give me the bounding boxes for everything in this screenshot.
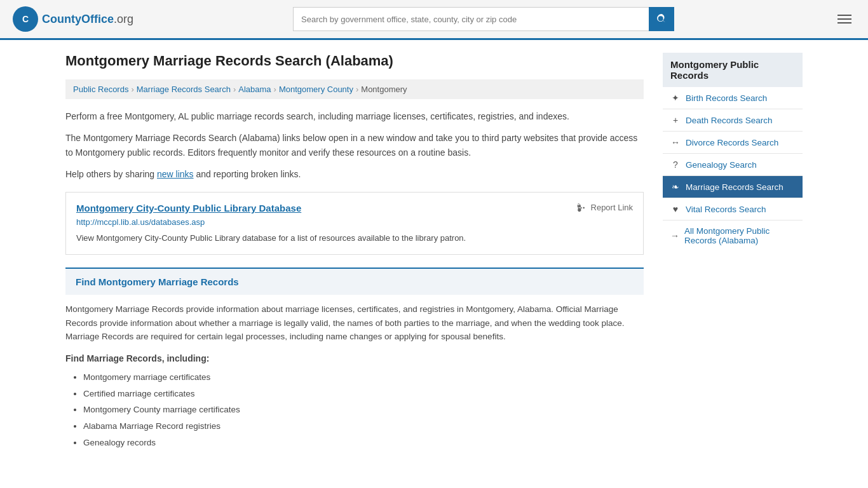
find-list-title: Find Marriage Records, including: (65, 351, 644, 365)
list-item: Montgomery marriage certificates (83, 370, 644, 384)
list-item: Certified marriage certificates (83, 387, 644, 401)
logo-area: C CountyOffice.org (13, 6, 133, 32)
sidebar: Montgomery Public Records ✦ Birth Record… (663, 53, 803, 459)
sidebar-item-marriage-records[interactable]: ❧ Marriage Records Search (663, 176, 803, 198)
list-item: Alabama Marriage Record registries (83, 419, 644, 433)
find-list: Montgomery marriage certificates Certifi… (65, 370, 644, 449)
list-item: Montgomery County marriage certificates (83, 403, 644, 417)
cross-icon: + (670, 115, 681, 125)
sidebar-label-genealogy: Genealogy Search (686, 160, 757, 170)
description: Perform a free Montgomery, AL public mar… (65, 109, 644, 182)
sidebar-item-genealogy[interactable]: ? Genealogy Search (663, 154, 803, 176)
person-icon: ✦ (670, 93, 681, 103)
menu-button[interactable] (834, 11, 855, 27)
sidebar-item-vital-records[interactable]: ♥ Vital Records Search (663, 198, 803, 220)
question-icon: ? (670, 159, 681, 170)
breadcrumb-public-records[interactable]: Public Records (73, 85, 128, 94)
sidebar-item-death-records[interactable]: + Death Records Search (663, 109, 803, 132)
sidebar-label-vital: Vital Records Search (686, 205, 766, 214)
desc-1: Perform a free Montgomery, AL public mar… (65, 109, 644, 123)
breadcrumb-current: Montgomery (361, 85, 407, 94)
scissors-icon (577, 203, 587, 213)
sidebar-label-death: Death Records Search (686, 116, 773, 125)
find-section: Find Montgomery Marriage Records (65, 268, 644, 295)
sidebar-label-birth: Birth Records Search (686, 93, 767, 103)
find-body-text: Montgomery Marriage Records provide info… (65, 302, 644, 344)
all-records-label: All Montgomery Public Records (Alabama) (684, 226, 795, 245)
record-description: View Montgomery City-County Public Libra… (76, 232, 633, 245)
sidebar-label-divorce: Divorce Records Search (686, 138, 778, 147)
sidebar-title: Montgomery Public Records (663, 53, 803, 87)
arrow-right-icon: → (670, 231, 679, 241)
record-title-link[interactable]: Montgomery City-County Public Library Da… (76, 203, 301, 214)
list-item: Genealogy records (83, 436, 644, 450)
rings-icon: ❧ (670, 182, 681, 192)
sidebar-item-all-records[interactable]: → All Montgomery Public Records (Alabama… (663, 220, 803, 251)
header: C CountyOffice.org (0, 0, 868, 40)
search-icon (656, 14, 667, 24)
report-link-label: Report Link (591, 203, 633, 212)
record-url[interactable]: http://mccpl.lib.al.us/databases.asp (76, 217, 633, 227)
sidebar-item-birth-records[interactable]: ✦ Birth Records Search (663, 87, 803, 109)
logo-text: CountyOffice.org (42, 13, 133, 26)
main-container: Montgomery Marriage Records Search (Alab… (53, 40, 815, 472)
search-input[interactable] (293, 7, 649, 31)
desc-3: Help others by sharing new links and rep… (65, 167, 644, 181)
find-section-heading: Find Montgomery Marriage Records (76, 276, 634, 287)
svg-text:C: C (22, 14, 29, 24)
report-link-btn[interactable]: Report Link (577, 203, 633, 213)
breadcrumb-alabama[interactable]: Alabama (238, 85, 271, 94)
breadcrumb-montgomery-county[interactable]: Montgomery County (279, 85, 353, 94)
sidebar-label-marriage: Marriage Records Search (686, 182, 783, 192)
new-links-link[interactable]: new links (157, 169, 194, 179)
find-body: Montgomery Marriage Records provide info… (65, 295, 644, 459)
page-title: Montgomery Marriage Records Search (Alab… (65, 53, 644, 69)
breadcrumb-marriage-records[interactable]: Marriage Records Search (137, 85, 231, 94)
breadcrumb: Public Records › Marriage Records Search… (65, 79, 644, 99)
search-area (293, 7, 674, 31)
arrows-icon: ↔ (670, 137, 681, 147)
sidebar-item-divorce-records[interactable]: ↔ Divorce Records Search (663, 132, 803, 154)
desc-2: The Montgomery Marriage Records Search (… (65, 131, 644, 159)
search-button[interactable] (649, 7, 674, 31)
heart-icon: ♥ (670, 204, 681, 214)
logo-icon: C (13, 6, 38, 32)
content-area: Montgomery Marriage Records Search (Alab… (65, 53, 644, 459)
record-entry: Montgomery City-County Public Library Da… (65, 192, 644, 255)
